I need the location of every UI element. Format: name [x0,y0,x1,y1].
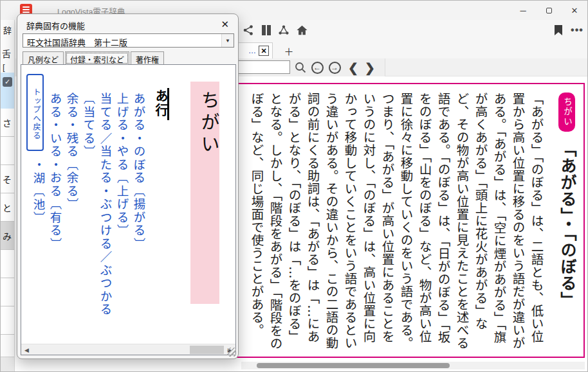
dictionary-select[interactable]: 旺文社国語辞典 第十二版 ▼ [23,33,234,48]
list-item[interactable]: み [1,222,15,250]
list-item[interactable]: さ [1,109,15,137]
bookmark-icon[interactable] [552,24,565,37]
list-item[interactable]: と [1,193,15,222]
back-icon[interactable]: ← [310,60,324,75]
index-link[interactable]: ある・いる・おる〔有る〕 [46,89,63,341]
result-list: さ そ と み [1,109,15,335]
list-item[interactable]: そ [1,165,15,193]
prev-entry-icon[interactable]: ❮ [346,60,360,75]
sidebar-fragment: [ [3,62,5,72]
horizontal-scrollbar[interactable] [241,362,585,369]
dialog-scrollbar-thumb[interactable] [190,346,224,354]
index-link[interactable]: 上げる・やる〔上げる〕 [113,89,130,341]
index-list: あ行 あがる・のぼる〔揚がる〕 上げる・やる〔上げる〕 当てる／当たる・ぶつける… [25,89,170,341]
new-tab-button[interactable]: ＋ [282,44,296,57]
sidebar: 辞 舌 [ ✓ さ そ と み [1,20,15,371]
home-icon[interactable] [295,24,308,37]
search-icon[interactable] [293,60,308,75]
article-headline: ちがい 「あがる」・「のぼる」 [555,93,578,352]
dictionary-functions-dialog: 辞典固有の機能 ✕ 旺文社国語辞典 第十二版 ▼ 凡例など 付録・索引など 著作… [17,13,239,359]
article-frame: ちがい 「あがる」・「のぼる」 「あがる」「のぼる」は、二語とも、低い位置から高… [234,83,585,358]
tab-close-icon[interactable]: ✕ [259,46,269,56]
search-input[interactable] [235,60,290,74]
share-icon[interactable] [242,24,255,37]
difference-badge: ちがい [558,93,575,132]
index-link[interactable]: 当てる／当たる・ぶつける／ぶつかる〔当てる〕 [80,89,113,341]
sidebar-footer [1,357,15,371]
back-to-top-button[interactable]: トップへ戻る [26,74,44,151]
dialog-close-icon[interactable]: ✕ [221,19,229,30]
tab-copyright[interactable]: 著作権 [131,51,164,64]
headword: 「あがる」・「のぼる」 [558,141,576,308]
more-button[interactable]: ••• [571,24,583,37]
tab-legend[interactable]: 凡例など [23,51,64,64]
window-controls: ─ ✕ [510,1,587,20]
tab-appendix-index[interactable]: 付録・索引など [65,51,129,65]
dictionary-select-value: 旺文社国語辞典 第十二版 [27,36,127,48]
scroll-left-icon[interactable]: ◀ [21,344,32,355]
forward-icon[interactable]: → [327,60,342,75]
category-band-label: ちがい [195,91,222,156]
dialog-title: 辞典固有の機能 [26,19,85,31]
resize-grip[interactable] [227,348,236,357]
chevron-down-icon[interactable]: ▼ [221,34,234,47]
close-button[interactable]: ✕ [562,1,587,20]
minimize-button[interactable]: ─ [510,1,536,20]
panels-icon[interactable] [260,24,273,37]
article: ちがい 「あがる」・「のぼる」 「あがる」「のぼる」は、二語とも、低い位置から高… [247,93,578,352]
checkbox-checked[interactable]: ✓ [3,77,12,87]
sidebar-fragment: 舌 [2,47,11,60]
tab-title: … [248,46,256,55]
article-body: 「あがる」「のぼる」は、二語とも、低い位置から高い位置に移るのをいう語だが違いが… [247,93,546,352]
list-item[interactable] [1,278,15,306]
category-band: ちがい [190,82,219,304]
dialog-content: ちがい あ行 あがる・のぼる〔揚がる〕 上げる・やる〔上げる〕 当てる／当たる・… [21,64,236,355]
menu-item-dictionary[interactable]: 辞 [3,24,12,36]
dialog-horizontal-scrollbar[interactable]: ◀ ▶ [21,344,235,355]
index-link[interactable]: あがる・のぼる〔揚がる〕 [130,89,147,341]
list-item[interactable] [1,137,15,165]
index-link[interactable]: 余る・残る〔余る〕 [63,89,80,341]
list-item[interactable] [1,250,15,278]
structure-icon[interactable] [277,24,290,37]
scrollbar-thumb[interactable] [257,363,450,368]
maximize-button[interactable] [536,1,562,20]
next-entry-icon[interactable]: ❯ [363,60,377,75]
maximize-icon [546,8,552,13]
dialog-tabs: 凡例など 付録・索引など 著作権 [23,51,165,64]
list-item[interactable] [1,306,15,335]
section-heading: あ行 [152,89,170,341]
